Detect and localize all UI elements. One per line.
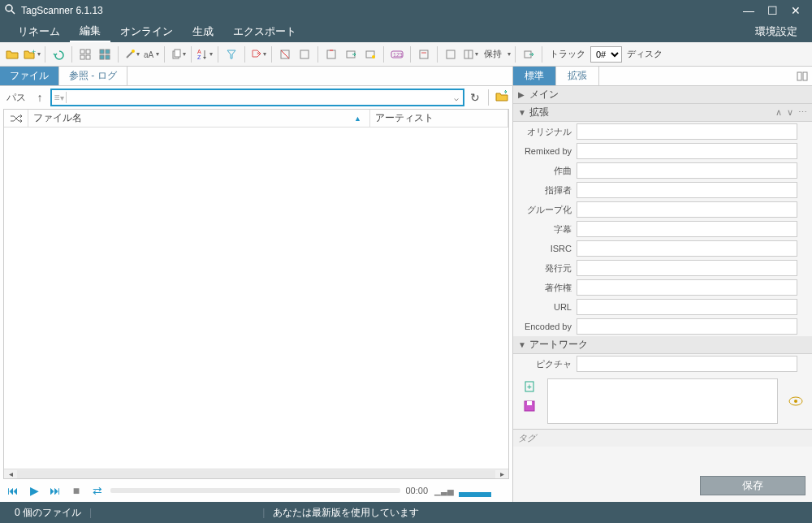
save-button[interactable]: 保存 bbox=[700, 476, 806, 495]
tab-browse-log[interactable]: 参照 - ログ bbox=[59, 67, 127, 85]
sort-asc-icon: ▲ bbox=[354, 115, 361, 123]
tab-standard[interactable]: 標準 bbox=[513, 67, 556, 85]
input-copyright[interactable] bbox=[577, 279, 797, 296]
tool-g-icon[interactable] bbox=[442, 45, 460, 63]
folder-add-icon[interactable]: +▾ bbox=[23, 45, 41, 63]
wand-icon[interactable]: ▾ bbox=[123, 45, 140, 63]
prev-button[interactable]: ⏮ bbox=[5, 482, 21, 499]
menu-online[interactable]: オンライン bbox=[110, 22, 183, 41]
section-down-icon[interactable]: ∨ bbox=[787, 107, 793, 118]
undo-icon[interactable] bbox=[50, 45, 67, 63]
maximize-button[interactable]: ☐ bbox=[767, 4, 778, 17]
input-publisher[interactable] bbox=[577, 260, 797, 276]
disc-label[interactable]: ディスク bbox=[624, 48, 666, 60]
path-input-combo[interactable]: ≡▾ ⌵ bbox=[50, 89, 464, 106]
path-filter-icon[interactable]: ≡▾ bbox=[52, 92, 67, 103]
refresh-icon[interactable]: ↻ bbox=[468, 91, 482, 104]
input-encoded[interactable] bbox=[577, 318, 797, 335]
tool-f-icon[interactable] bbox=[415, 45, 433, 63]
collapse-icon[interactable]: ▼ bbox=[518, 108, 529, 117]
artwork-save-icon[interactable] bbox=[521, 398, 538, 414]
svg-rect-10 bbox=[106, 55, 110, 59]
menu-export[interactable]: エクスポート bbox=[223, 22, 306, 41]
track-label[interactable]: トラック bbox=[546, 48, 589, 60]
label-publisher: 発行元 bbox=[516, 262, 577, 274]
status-file-count: 0 個のファイル bbox=[6, 506, 89, 520]
input-grouping[interactable] bbox=[577, 201, 797, 218]
section-menu-icon[interactable]: ⋯ bbox=[798, 107, 807, 118]
svg-text:+: + bbox=[527, 383, 532, 391]
section-main[interactable]: ▶ メイン bbox=[513, 86, 812, 104]
input-conductor[interactable] bbox=[577, 182, 797, 198]
case-icon[interactable]: aA▾ bbox=[142, 45, 160, 63]
expand-icon[interactable]: ▶ bbox=[518, 90, 529, 99]
track-select[interactable]: 0# bbox=[590, 46, 622, 63]
section-artwork[interactable]: ▼ アートワーク bbox=[513, 336, 812, 354]
tool-d-icon[interactable] bbox=[342, 45, 360, 63]
sort-az-icon[interactable]: AZ▾ bbox=[196, 45, 214, 63]
svg-rect-6 bbox=[86, 55, 90, 59]
horizontal-scrollbar[interactable]: ◂ ▸ bbox=[4, 469, 508, 478]
path-input[interactable] bbox=[67, 92, 450, 103]
tab-file[interactable]: ファイル bbox=[0, 67, 59, 85]
filter-icon[interactable] bbox=[222, 45, 240, 63]
tag-delete-icon[interactable]: ×▾ bbox=[249, 45, 267, 63]
menu-settings[interactable]: 環境設定 bbox=[749, 22, 804, 41]
artwork-preview[interactable] bbox=[547, 378, 778, 424]
minimize-button[interactable]: — bbox=[743, 4, 754, 17]
tool-b-icon[interactable] bbox=[296, 45, 313, 63]
number-123-icon[interactable]: 123 bbox=[388, 45, 406, 63]
label-grouping: グループ化 bbox=[516, 204, 577, 216]
next-button[interactable]: ⏭ bbox=[47, 482, 63, 499]
columns-toggle-icon[interactable] bbox=[793, 67, 812, 85]
column-filename[interactable]: ファイル名▲ bbox=[28, 110, 370, 127]
menu-generate[interactable]: 生成 bbox=[183, 22, 223, 41]
apply-icon[interactable] bbox=[520, 45, 538, 63]
table-body[interactable] bbox=[4, 128, 508, 469]
tool-c-icon[interactable] bbox=[322, 45, 340, 63]
svg-rect-9 bbox=[100, 55, 104, 59]
player-bar: ⏮ ▶ ⏭ ■ ⇄ 00:00 ▁▃▅ bbox=[0, 479, 512, 502]
column-artist[interactable]: アーティスト bbox=[370, 110, 508, 127]
volume-slider[interactable] bbox=[459, 484, 508, 497]
menu-edit[interactable]: 編集 bbox=[70, 21, 110, 42]
input-composer[interactable] bbox=[577, 162, 797, 179]
collapse-artwork-icon[interactable]: ▼ bbox=[518, 340, 529, 349]
close-button[interactable]: ✕ bbox=[791, 4, 801, 17]
section-extended[interactable]: ▼ 拡張 ∧ ∨ ⋯ bbox=[513, 104, 812, 122]
grid-icon[interactable] bbox=[76, 45, 94, 63]
select-all-icon[interactable] bbox=[96, 45, 114, 63]
artwork-view-icon[interactable] bbox=[784, 378, 807, 424]
input-isrc[interactable] bbox=[577, 240, 797, 257]
scroll-left-icon[interactable]: ◂ bbox=[4, 469, 17, 478]
input-picture[interactable] bbox=[577, 356, 797, 372]
folder-open-icon[interactable] bbox=[3, 45, 21, 63]
columns-icon[interactable]: ▾ bbox=[461, 45, 479, 63]
input-remixed[interactable] bbox=[577, 143, 797, 159]
copy-icon[interactable]: ▾ bbox=[169, 45, 187, 63]
artwork-add-icon[interactable]: + bbox=[521, 378, 538, 395]
tool-a-icon[interactable] bbox=[276, 45, 294, 63]
input-url[interactable] bbox=[577, 299, 797, 315]
svg-rect-5 bbox=[80, 55, 84, 59]
path-dropdown-icon[interactable]: ⌵ bbox=[450, 93, 463, 102]
path-up-icon[interactable]: ↑ bbox=[32, 91, 47, 104]
seek-slider[interactable] bbox=[110, 488, 400, 493]
stop-button[interactable]: ■ bbox=[68, 482, 84, 499]
keep-label[interactable]: 保持 bbox=[481, 48, 505, 60]
section-up-icon[interactable]: ∧ bbox=[775, 107, 782, 118]
tool-e-icon[interactable] bbox=[361, 45, 379, 63]
label-original: オリジナル bbox=[516, 126, 577, 138]
scroll-right-icon[interactable]: ▸ bbox=[495, 469, 508, 478]
folder-tree-icon[interactable] bbox=[495, 90, 509, 106]
label-composer: 作曲 bbox=[516, 165, 577, 177]
svg-rect-29 bbox=[420, 50, 428, 58]
column-shuffle-icon[interactable] bbox=[4, 110, 28, 127]
repeat-button[interactable]: ⇄ bbox=[89, 482, 106, 499]
input-original[interactable] bbox=[577, 123, 797, 140]
menu-rename[interactable]: リネーム bbox=[8, 22, 70, 41]
play-button[interactable]: ▶ bbox=[26, 482, 42, 499]
label-isrc: ISRC bbox=[516, 244, 577, 253]
input-subtitle[interactable] bbox=[577, 221, 797, 237]
tab-extended[interactable]: 拡張 bbox=[556, 67, 599, 85]
